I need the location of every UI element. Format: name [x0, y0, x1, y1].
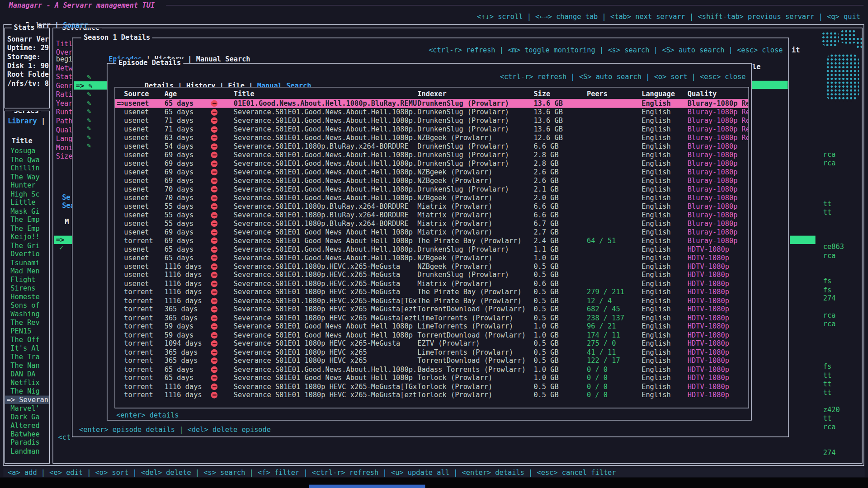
release-row[interactable]: usenet69 daysSeverance S01E01 Good News …	[115, 228, 749, 236]
series-list-item[interactable]: Sons of	[5, 301, 49, 310]
col-header-source: Source	[124, 89, 164, 98]
series-list-item[interactable]: Homeste	[5, 292, 49, 301]
series-list-item[interactable]: The Rev	[5, 318, 49, 327]
series-list-item[interactable]: Little	[5, 198, 49, 206]
rejected-icon-cell	[210, 314, 234, 322]
release-row[interactable]: torrent1116 daysSeverance S01E01 1080p H…	[115, 288, 749, 296]
release-peers: 64 / 51	[587, 236, 642, 245]
release-row[interactable]: usenet70 daysSeverance.S01E01.Good.News.…	[115, 185, 749, 193]
series-list-item[interactable]: Altered	[5, 421, 49, 430]
release-source: torrent	[124, 365, 164, 374]
release-row[interactable]: torrent59 daysSeverance S01E01 Good News…	[115, 331, 749, 339]
release-row[interactable]: usenet71 daysSeverance.S01E01.Good.News.…	[115, 116, 749, 125]
release-table-header: Source Age Title Indexer Size Peers Lang…	[115, 89, 749, 98]
release-row[interactable]: torrent69 daysSeverance S01E01 Good News…	[115, 236, 749, 245]
series-list-item[interactable]: The Nig	[5, 387, 49, 395]
release-row[interactable]: torrent365 daysSeverance S01E01 1080p HE…	[115, 314, 749, 322]
paw-pattern-toe-icon	[840, 29, 857, 44]
series-list-item[interactable]: Keijo!!	[5, 232, 49, 241]
release-row[interactable]: usenet70 daysSeverance.S01E01.Good.News.…	[115, 193, 749, 202]
series-list-item[interactable]: The Emp	[5, 224, 49, 232]
release-row[interactable]: usenet55 daysSeverance.S01E01.1080p.BluR…	[115, 219, 749, 228]
release-row[interactable]: usenet69 daysSeverance.S01E01.Good.News.…	[115, 159, 749, 168]
release-age: 1116 days	[165, 382, 210, 391]
release-size: 1.0 GB	[533, 374, 587, 382]
release-age: 1116 days	[165, 262, 210, 271]
series-list-item[interactable]: Overflo	[5, 249, 49, 258]
release-row[interactable]: torrent1116 daysSeverance S01E01 1080p H…	[115, 390, 749, 399]
series-list-item[interactable]: Mad Men	[5, 267, 49, 275]
season-modal-footer: <enter> episode details | <del> delete e…	[79, 426, 271, 434]
release-row[interactable]: =>usenet65 days01E01.Good.News.About.Hel…	[115, 99, 749, 108]
monitored-icon: ✎	[87, 98, 91, 107]
rejected-icon-bar	[212, 360, 217, 361]
release-indexer: NZBgeek (Prowlarr)	[417, 133, 533, 142]
series-list-item[interactable]: The Way	[5, 172, 49, 181]
series-list-item[interactable]: The Gri	[5, 241, 49, 249]
series-list-item[interactable]: Batwhee	[5, 430, 49, 438]
release-peers	[587, 99, 642, 108]
series-list-item[interactable]: DAN DA	[5, 370, 49, 378]
release-row[interactable]: usenet65 daysSeverance.S01E01.Good.News.…	[115, 253, 749, 262]
release-row[interactable]: torrent65 daysSeverance S01E01 Good News…	[115, 374, 749, 382]
series-list-item[interactable]: Mask Gi	[5, 206, 49, 215]
series-list-item[interactable]: The Qwa	[5, 155, 49, 164]
series-list-item[interactable]: The Off	[5, 335, 49, 344]
release-row[interactable]: usenet65 daysSeverance.S01E01.Good.News.…	[115, 108, 749, 116]
release-row[interactable]: usenet1116 daysSeverance.S01E01.1080p.HE…	[115, 271, 749, 279]
series-list-item[interactable]: Chillin	[5, 164, 49, 172]
series-list-item[interactable]: High Sc	[5, 189, 49, 198]
title-rule	[166, 5, 863, 5]
series-list-item[interactable]: Yosuga	[5, 146, 49, 155]
col-header-peers: Peers	[587, 89, 642, 98]
release-row[interactable]: usenet69 daysSeverance.S01E01.Good.News.…	[115, 176, 749, 185]
series-list-item[interactable]: Netflix	[5, 378, 49, 387]
series-list-item[interactable]: Landman	[5, 447, 49, 455]
release-row[interactable]: usenet69 daysSeverance.S01E01.Good.News.…	[115, 168, 749, 176]
series-list-item[interactable]: Washing	[5, 310, 49, 318]
release-row[interactable]: usenet1116 daysSeverance.S01E01.1080p.HE…	[115, 262, 749, 271]
series-list-item[interactable]: Flight	[5, 275, 49, 284]
release-row[interactable]: torrent365 daysSeverance S01E01 1080p HE…	[115, 357, 749, 365]
release-row[interactable]: usenet71 daysSeverance.S01E01.Good.News.…	[115, 125, 749, 133]
row-marker	[115, 314, 124, 322]
release-row[interactable]: torrent1116 daysSeverance S01E01 1080p H…	[115, 382, 749, 391]
series-list-item[interactable]: => Severan	[5, 395, 49, 404]
release-row[interactable]: usenet63 daysSeverance.S01E01.Good.News.…	[115, 133, 749, 142]
release-language: English	[642, 193, 688, 202]
release-row[interactable]: torrent59 daysSeverance S01E01 Good News…	[115, 322, 749, 331]
series-list-item[interactable]: PEN15	[5, 327, 49, 335]
release-row[interactable]: usenet55 daysSeverance.S01E01.1080p.BluR…	[115, 202, 749, 211]
series-list-item[interactable]: The Nan	[5, 361, 49, 370]
release-row[interactable]: torrent1116 daysSeverance.S01E01.1080p.H…	[115, 296, 749, 305]
series-list-item[interactable]: Marvel'	[5, 404, 49, 413]
tab-library[interactable]: Library	[8, 117, 37, 125]
series-list-item[interactable]: The Tra	[5, 352, 49, 361]
release-row[interactable]: usenet1116 daysSeverance.S01E01.1080p.HE…	[115, 279, 749, 288]
release-row[interactable]: usenet69 daysSeverance.S01E01.Good.News.…	[115, 150, 749, 159]
release-row[interactable]: usenet54 daysSeverance.S01E01.1080p.BluR…	[115, 142, 749, 150]
release-peers	[587, 245, 642, 253]
release-peers	[587, 253, 642, 262]
series-list-item[interactable]: Dark Ga	[5, 413, 49, 421]
season-selected-episode-row[interactable]: => ✎	[74, 81, 107, 89]
release-row[interactable]: torrent365 daysSeverance S01E01 1080p HE…	[115, 305, 749, 314]
release-row[interactable]: torrent1094 daysSeverance S01E01 1080p H…	[115, 339, 749, 348]
series-list-item[interactable]: The Emp	[5, 215, 49, 224]
release-indexer: The Pirate Bay (Prowlarr)	[417, 236, 533, 245]
release-row[interactable]: usenet55 daysSeverance.S01E01.1080p.BluR…	[115, 211, 749, 219]
monitored-icon: ✎	[87, 124, 91, 132]
series-list-item[interactable]: Paradis	[5, 438, 49, 447]
rejected-icon-bar	[212, 291, 217, 292]
series-list-item[interactable]: Hunter	[5, 181, 49, 189]
release-row[interactable]: torrent365 daysSeverance S01E01 1080p HE…	[115, 348, 749, 357]
release-indexer: Miatrix (Prowlarr)	[417, 219, 533, 228]
series-list-item[interactable]: Sirens	[5, 284, 49, 292]
release-peers: 12 / 4	[587, 296, 642, 305]
series-list-item[interactable]: It's Al	[5, 344, 49, 352]
row-marker	[115, 193, 124, 202]
release-source: torrent	[124, 331, 164, 339]
release-row[interactable]: usenet65 daysSeverance.S01E01.Good.News.…	[115, 245, 749, 253]
series-list-item[interactable]: Tsunami	[5, 258, 49, 267]
release-row[interactable]: torrent65 daysSeverance.S01E01.Good.News…	[115, 365, 749, 374]
